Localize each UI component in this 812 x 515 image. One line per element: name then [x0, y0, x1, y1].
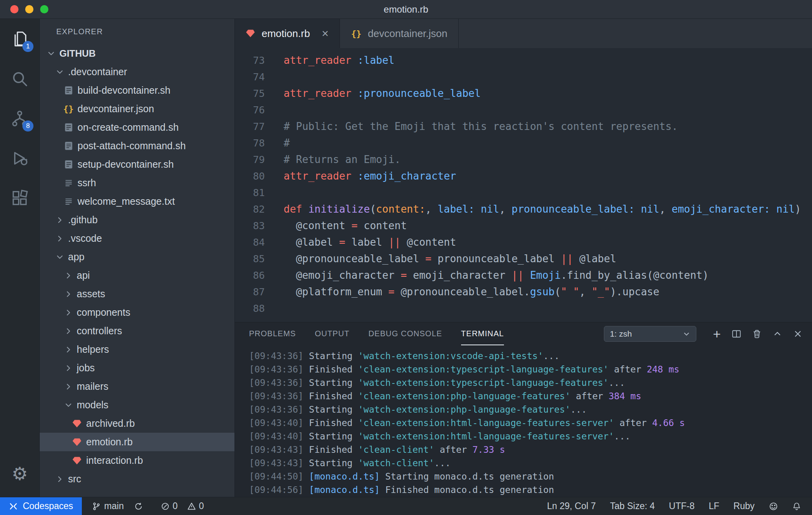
code-line-81: 81 [235, 184, 812, 201]
tree-item-build-devcontainer-sh[interactable]: build-devcontainer.sh [40, 81, 234, 100]
codespaces-remote-indicator[interactable]: Codespaces [0, 497, 82, 515]
tree-item-components[interactable]: components [40, 303, 234, 322]
terminal-shell-select[interactable]: 1: zsh [604, 326, 696, 342]
txt-file-icon [63, 178, 74, 188]
tree-item-ssrh[interactable]: ssrh [40, 174, 234, 192]
sync-changes-button[interactable] [134, 502, 143, 511]
search-activity-button[interactable] [0, 59, 39, 98]
explorer-activity-button[interactable]: 1 [0, 19, 39, 59]
split-terminal-button[interactable] [732, 329, 741, 339]
tree-item-github[interactable]: .github [40, 211, 234, 229]
tree-root-github[interactable]: GITHUB [40, 44, 234, 63]
window-title: emotion.rb [0, 4, 812, 15]
feedback-smiley-button[interactable] [769, 502, 778, 511]
code-line-86: 86 @emoji_character = emoji_character ||… [235, 267, 812, 283]
maximize-panel-button[interactable] [773, 329, 782, 339]
tree-item-label: welcome_message.txt [78, 196, 175, 207]
tree-item-models[interactable]: models [40, 396, 234, 414]
close-tab-icon[interactable]: × [322, 28, 329, 39]
settings-button[interactable]: ⚙ [0, 456, 39, 491]
tab-size-indicator[interactable]: Tab Size: 4 [610, 501, 655, 511]
codespaces-icon [9, 502, 18, 511]
file-tree: GITHUB.devcontainerbuild-devcontainer.sh… [40, 44, 234, 497]
tree-item-label: emotion.rb [86, 436, 133, 448]
minimize-window-button[interactable] [25, 5, 33, 13]
tree-item-assets[interactable]: assets [40, 285, 234, 303]
tree-item-api[interactable]: api [40, 266, 234, 285]
tree-item-devcontainer-json[interactable]: {}devcontainer.json [40, 100, 234, 118]
tree-item-label: controllers [77, 325, 122, 337]
close-panel-button[interactable] [793, 329, 803, 339]
plus-icon: + [713, 327, 721, 341]
search-icon [11, 70, 29, 88]
line-number: 78 [235, 137, 265, 149]
tree-item-label: ssrh [78, 177, 96, 189]
cursor-position[interactable]: Ln 29, Col 7 [547, 501, 596, 511]
extensions-activity-button[interactable] [0, 178, 39, 218]
tree-item-welcome-message-txt[interactable]: welcome_message.txt [40, 192, 234, 211]
tree-item-emotion-rb[interactable]: emotion.rb [40, 433, 234, 451]
chevron-right-icon [55, 215, 65, 225]
sync-icon [134, 502, 143, 511]
tree-item-label: models [77, 399, 109, 411]
code-editor[interactable]: 73attr_reader :label7475attr_reader :pro… [235, 48, 812, 322]
tree-item-label: src [68, 473, 81, 485]
panel-tab-problems[interactable]: PROBLEMS [249, 322, 296, 345]
notifications-button[interactable] [792, 502, 801, 511]
terminal-output[interactable]: [09:43:36] Starting 'watch-extension:vsc… [235, 345, 812, 497]
kill-terminal-button[interactable] [752, 329, 762, 339]
close-window-button[interactable] [10, 5, 18, 13]
tree-item-app[interactable]: app [40, 248, 234, 266]
run-debug-activity-button[interactable] [0, 138, 39, 178]
tree-item-on-create-command-sh[interactable]: on-create-command.sh [40, 118, 234, 137]
tree-item-jobs[interactable]: jobs [40, 359, 234, 377]
chevron-right-icon [63, 363, 74, 373]
editor-tab-emotion-rb[interactable]: emotion.rb× [235, 19, 340, 48]
panel-tab-terminal[interactable]: TERMINAL [461, 322, 504, 345]
tree-item-src[interactable]: src [40, 470, 234, 488]
tree-item-helpers[interactable]: helpers [40, 340, 234, 359]
tree-item-mailers[interactable]: mailers [40, 377, 234, 396]
tree-item-label: .vscode [68, 233, 102, 244]
tree-item-label: on-create-command.sh [78, 122, 179, 133]
tree-item-vscode[interactable]: .vscode [40, 229, 234, 248]
tree-item-interaction-rb[interactable]: interaction.rb [40, 451, 234, 470]
new-terminal-button[interactable]: + [713, 327, 721, 341]
source-control-activity-button[interactable]: 8 [0, 98, 39, 138]
panel-tab-debug-console[interactable]: DEBUG CONSOLE [368, 322, 442, 345]
editor-tab-devcontainer-json[interactable]: {}devcontainer.json [340, 19, 459, 48]
activity-bar: 1 8 [0, 19, 40, 497]
tree-item-archived-rb[interactable]: archived.rb [40, 414, 234, 433]
encoding-indicator[interactable]: UTF-8 [669, 501, 694, 511]
tree-item-label: devcontainer.json [78, 103, 154, 115]
problems-indicator[interactable]: 0 0 [161, 501, 204, 511]
tree-item-devcontainer[interactable]: .devcontainer [40, 63, 234, 81]
tree-item-post-attach-command-sh[interactable]: post-attach-command.sh [40, 137, 234, 155]
tree-item-controllers[interactable]: controllers [40, 322, 234, 340]
code-line-73: 73attr_reader :label [235, 52, 812, 69]
errors-icon [161, 502, 170, 511]
terminal-line-1: [09:43:36] Starting 'watch-extension:vsc… [249, 349, 812, 363]
panel-tab-output[interactable]: OUTPUT [315, 322, 349, 345]
line-number: 85 [235, 253, 265, 265]
shell-select-label: 1: zsh [610, 329, 632, 339]
chevron-right-icon [63, 289, 74, 299]
tree-item-label: components [77, 307, 130, 318]
tab-label: devcontainer.json [368, 28, 447, 40]
terminal-line-5: [09:43:36] Starting 'watch-extension:php… [249, 403, 812, 416]
warnings-count: 0 [199, 501, 204, 511]
terminal-line-2: [09:43:36] Finished 'clean-extension:typ… [249, 363, 812, 376]
chevron-right-icon [63, 326, 74, 336]
line-number: 75 [235, 88, 265, 99]
trash-icon [752, 329, 762, 339]
panel-header: PROBLEMSOUTPUTDEBUG CONSOLETERMINAL 1: z… [235, 322, 812, 345]
sh-file-icon [63, 85, 74, 95]
sh-file-icon [63, 141, 74, 151]
tree-item-label: archived.rb [86, 418, 135, 429]
eol-indicator[interactable]: LF [709, 501, 719, 511]
language-mode-indicator[interactable]: Ruby [733, 501, 755, 511]
zoom-window-button[interactable] [40, 5, 48, 13]
traffic-lights [0, 5, 48, 13]
tree-item-setup-devcontainer-sh[interactable]: setup-devcontainer.sh [40, 155, 234, 174]
branch-indicator[interactable]: main [92, 501, 124, 511]
